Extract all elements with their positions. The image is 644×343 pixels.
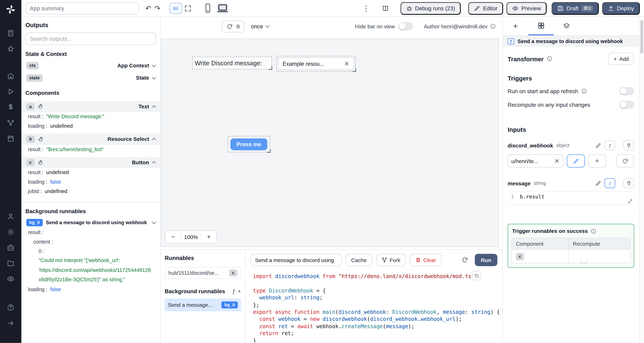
docs-book-icon[interactable]: [382, 5, 389, 12]
zoom-level: 100%: [181, 231, 201, 243]
interact-hand-icon: [38, 104, 44, 110]
resource-select-component[interactable]: Example resou...: [276, 56, 356, 72]
draft-button[interactable]: Draft ⌘S: [552, 2, 599, 14]
home-icon[interactable]: [0, 68, 21, 84]
help-icon[interactable]: [0, 300, 21, 316]
redo-icon[interactable]: ↷: [154, 5, 160, 12]
recompute-pill[interactable]: 0: [222, 20, 244, 32]
message-expression-editor[interactable]: 1 b.result: [508, 192, 634, 205]
fork-button[interactable]: Fork: [376, 254, 406, 266]
app-viewport: $ ↶ ↷ ⋮ Debug runs (23) Editor Pre: [0, 0, 644, 343]
run-on-start-toggle[interactable]: [620, 87, 634, 95]
resize-handle[interactable]: [269, 66, 272, 70]
resource-value-box[interactable]: u/henri/te...: [508, 154, 564, 168]
user-icon[interactable]: [0, 209, 21, 224]
zoom-in-button[interactable]: +: [201, 231, 216, 243]
play-icon[interactable]: [0, 84, 21, 100]
background-runnable-header[interactable]: bg_0 Send a message to discord using web…: [21, 217, 160, 228]
bg0-name: Send a message to discord using webhook: [46, 220, 149, 226]
clear-resource-icon[interactable]: [554, 158, 560, 164]
fx-mode-button-active[interactable]: ƒ: [605, 178, 616, 188]
runnable-name-input[interactable]: [250, 254, 342, 266]
kv-row: result"$res:u/henri/testing_bot": [21, 145, 160, 154]
plug-connect-button[interactable]: [624, 140, 634, 150]
fx-mode-button[interactable]: ƒ: [605, 140, 616, 150]
vertical-scrollbar[interactable]: [639, 17, 644, 343]
expand-editor-icon[interactable]: [628, 199, 632, 204]
input-message-type: string: [534, 180, 546, 186]
folder-icon[interactable]: [0, 256, 21, 271]
ctx-row[interactable]: ctx App Context: [21, 60, 160, 72]
mobile-view-icon[interactable]: [202, 3, 213, 14]
button-component[interactable]: Press me: [228, 136, 270, 152]
refresh-resource-button[interactable]: [616, 154, 634, 168]
keypad-icon[interactable]: [0, 26, 21, 41]
add-transformer-button[interactable]: +Add: [608, 52, 634, 65]
input-discord-webhook-type: object: [556, 142, 570, 148]
calendar-icon[interactable]: [0, 130, 21, 146]
clear-selection-icon[interactable]: [344, 61, 350, 67]
tab-insert-component[interactable]: +: [503, 17, 528, 35]
app-canvas[interactable]: Write Discord message: Example resou... …: [161, 38, 499, 247]
zoom-out-button[interactable]: −: [166, 231, 181, 243]
transformer-title: Transformer: [508, 55, 544, 62]
component-a-header[interactable]: a Text: [21, 101, 160, 112]
run-button[interactable]: Run: [475, 254, 497, 266]
undo-icon[interactable]: ↶: [145, 5, 151, 12]
preview-button[interactable]: Preview: [506, 2, 547, 14]
copy-icon[interactable]: [472, 271, 481, 280]
eye-icon[interactable]: [0, 271, 21, 287]
state-row[interactable]: state State: [21, 72, 160, 84]
fullscreen-icon[interactable]: [184, 5, 191, 12]
component-c-header[interactable]: c Button: [21, 157, 160, 168]
search-outputs-input[interactable]: [26, 32, 156, 45]
column-component: Component: [512, 238, 568, 250]
interact-hand-icon: [38, 136, 44, 142]
gear-icon[interactable]: [0, 224, 21, 240]
deploy-button[interactable]: Deploy: [602, 2, 640, 14]
info-icon[interactable]: [490, 24, 496, 29]
tab-styling[interactable]: [554, 17, 579, 35]
align-components-icon[interactable]: [169, 3, 182, 14]
edit-resource-button[interactable]: [567, 154, 585, 168]
text-component[interactable]: Write Discord message:: [192, 57, 272, 69]
clear-button[interactable]: Clear: [410, 254, 441, 266]
dollar-icon[interactable]: $: [0, 100, 21, 115]
desktop-view-icon[interactable]: [216, 3, 228, 14]
table-row: c: [512, 250, 630, 263]
scrollbar-thumb[interactable]: [640, 20, 643, 54]
resize-handle[interactable]: [352, 68, 356, 72]
layers-icon: [563, 23, 570, 30]
recompute-toggle[interactable]: [620, 100, 634, 109]
add-background-runnable-icon[interactable]: +: [238, 288, 241, 294]
kebab-menu-icon[interactable]: ⋮: [362, 5, 370, 12]
collapse-arrow-icon[interactable]: [0, 316, 21, 331]
pencil-icon[interactable]: [595, 142, 601, 148]
editor-button[interactable]: Editor: [468, 2, 503, 14]
tab-component-settings[interactable]: [528, 17, 554, 35]
refresh-mode-dropdown[interactable]: once: [251, 23, 269, 29]
cache-button[interactable]: Cache: [346, 254, 372, 266]
background-runnable-item-selected[interactable]: Send a message... bg_0: [165, 298, 241, 311]
flow-nodes-icon[interactable]: [0, 115, 21, 130]
info-icon[interactable]: [546, 56, 552, 62]
bg0-badge: bg_0: [26, 219, 42, 226]
pencil-icon[interactable]: [595, 180, 601, 186]
code-editor[interactable]: import discordwebhook from "https://deno…: [246, 269, 502, 343]
app-summary-input[interactable]: [26, 2, 139, 14]
debug-runs-button[interactable]: Debug runs (23): [400, 2, 461, 14]
add-resource-button[interactable]: +: [588, 154, 606, 168]
star-icon[interactable]: [0, 41, 21, 57]
info-icon[interactable]: [591, 228, 596, 234]
error-string-line: "Could not interpret "{'webhook_url':: [21, 256, 160, 266]
hide-bar-toggle[interactable]: [398, 22, 413, 30]
press-me-button[interactable]: Press me: [230, 138, 268, 150]
runnable-item[interactable]: hub/1511/discord/se... c: [165, 267, 241, 279]
windmill-logo[interactable]: [5, 4, 16, 15]
refresh-icon[interactable]: [462, 257, 468, 263]
briefcase-icon[interactable]: [0, 240, 21, 256]
resize-handle[interactable]: [267, 149, 271, 153]
plug-connect-button[interactable]: [624, 178, 634, 188]
component-b-header[interactable]: b Resource Select: [21, 134, 160, 145]
info-icon[interactable]: [581, 88, 587, 94]
